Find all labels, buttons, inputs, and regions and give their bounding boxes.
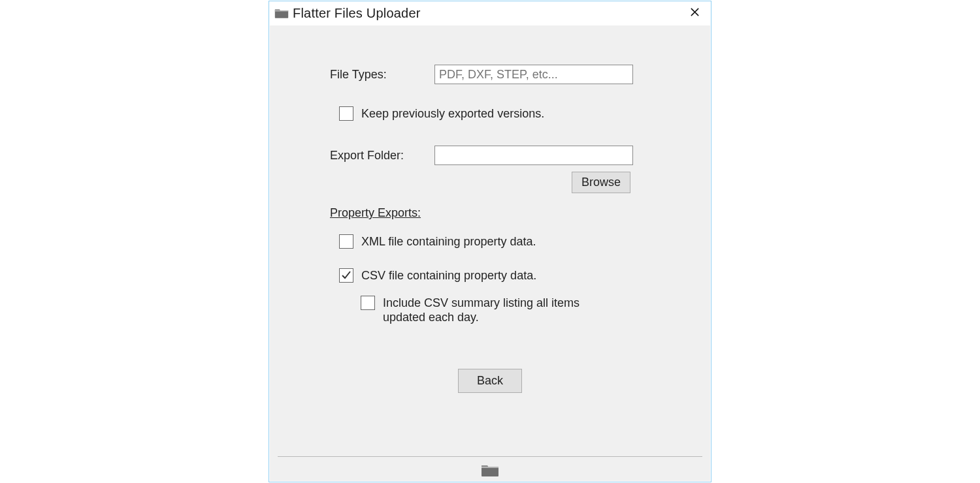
app-window: Flatter Files Uploader File Types: Keep … — [269, 1, 711, 482]
close-button[interactable] — [682, 3, 707, 23]
footer — [278, 456, 702, 480]
close-icon — [690, 7, 700, 20]
keep-previous-label: Keep previously exported versions. — [361, 106, 544, 121]
titlebar: Flatter Files Uploader — [269, 1, 711, 25]
csv-property-checkbox[interactable] — [339, 268, 353, 283]
folder-icon — [274, 8, 289, 18]
footer-folder-icon[interactable] — [481, 463, 499, 476]
export-folder-label: Export Folder: — [330, 149, 434, 163]
xml-property-label: XML file containing property data. — [361, 234, 536, 249]
property-exports-header: Property Exports: — [330, 206, 650, 220]
window-title: Flatter Files Uploader — [293, 6, 421, 21]
export-folder-input[interactable] — [434, 146, 633, 165]
xml-property-checkbox[interactable] — [339, 234, 353, 249]
client-area: File Types: Keep previously exported ver… — [270, 25, 710, 481]
file-types-label: File Types: — [330, 68, 434, 82]
csv-summary-label: Include CSV summary listing all items up… — [383, 296, 618, 324]
file-types-input[interactable] — [434, 65, 633, 84]
csv-property-label: CSV file containing property data. — [361, 268, 536, 283]
back-button[interactable]: Back — [458, 369, 522, 393]
keep-previous-checkbox[interactable] — [339, 106, 353, 121]
csv-summary-checkbox[interactable] — [361, 296, 375, 310]
browse-button[interactable]: Browse — [572, 172, 630, 193]
footer-divider — [278, 456, 702, 457]
